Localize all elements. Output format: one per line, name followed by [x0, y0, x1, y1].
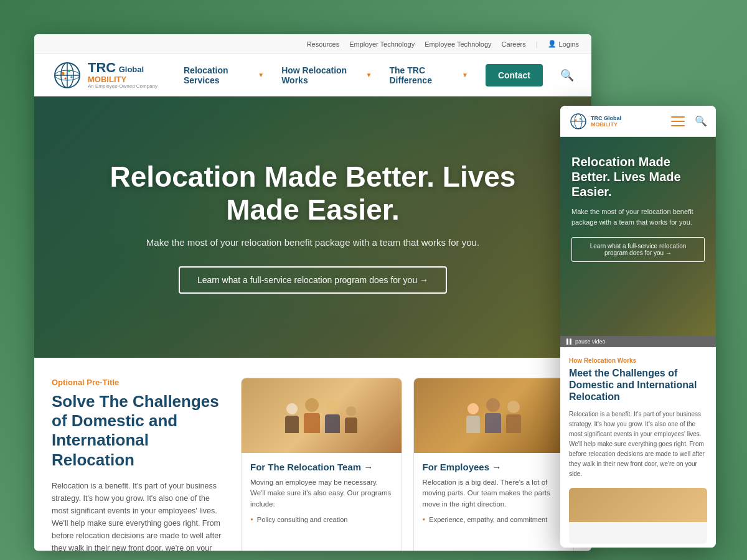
cards-area: For The Relocation Team → Moving an empl… [241, 378, 574, 551]
nav-how-relocation-works[interactable]: How Relocation Works ▼ [281, 65, 372, 85]
svg-point-7 [70, 76, 73, 78]
svg-point-13 [580, 118, 581, 119]
svg-point-5 [62, 72, 65, 75]
nav-links: Relocation Services ▼ How Relocation Wor… [184, 64, 574, 86]
person-1 [285, 403, 299, 433]
mobile-logo: TRC Global MOBILITY [569, 112, 666, 131]
card-image-relocation-team [242, 378, 402, 453]
people-illustration [285, 398, 357, 433]
mobile-section-title: Meet the Challenges of Domestic and Inte… [569, 367, 707, 403]
content-section: Optional Pre-Title Solve The Challenges … [34, 358, 591, 551]
section-title: Solve The Challenges of Domestic and Int… [52, 392, 226, 470]
main-navigation: TRC Global MOBILITY An Employee-Owned Co… [34, 54, 591, 96]
card-image-employees [414, 378, 574, 453]
mobile-hero-content: Relocation Made Better. Lives Made Easie… [560, 137, 716, 273]
svg-point-12 [575, 119, 577, 121]
mobile-window: TRC Global MOBILITY 🔍 Relocation Made Be… [560, 106, 716, 548]
hamburger-menu-icon[interactable] [671, 116, 685, 126]
person-6 [485, 398, 501, 433]
mobile-navigation: TRC Global MOBILITY 🔍 [560, 106, 716, 137]
mobile-section-body: Relocation is a benefit. It's part of yo… [569, 409, 707, 479]
globe-icon [52, 60, 83, 91]
mobile-card-image [569, 488, 707, 522]
nav-relocation-services[interactable]: Relocation Services ▼ [184, 65, 264, 85]
hero-subtitle: Make the most of your relocation benefit… [146, 237, 479, 248]
login-button[interactable]: 👤 Logins [548, 40, 579, 48]
utility-link-employer-tech[interactable]: Employer Technology [349, 40, 415, 48]
hero-content: Relocation Made Better. Lives Made Easie… [34, 96, 591, 358]
svg-point-14 [581, 123, 582, 124]
mobile-globe-icon [569, 112, 588, 131]
card-list-relocation-team: Policy consulting and creation [250, 515, 393, 525]
contact-button[interactable]: Contact [486, 64, 543, 86]
section-body: Relocation is a benefit. It's part of yo… [52, 480, 226, 551]
card-text-relocation-team: Moving an employee may be necessary. We'… [250, 477, 393, 510]
card-text-employees: Relocation is a big deal. There's a lot … [423, 477, 565, 510]
main-browser-window: Resources Employer Technology Employee T… [34, 34, 591, 551]
mobile-pause-bar: pause video [560, 336, 716, 347]
dropdown-arrow-icon: ▼ [258, 72, 264, 78]
search-icon[interactable]: 🔍 [560, 68, 574, 82]
person-2 [304, 398, 320, 433]
nav-trc-difference[interactable]: The TRC Difference ▼ [389, 65, 467, 85]
svg-point-8 [65, 77, 67, 79]
card-image-people [242, 378, 402, 453]
card-list-employees: Experience, empathy, and commitment [423, 515, 565, 525]
svg-point-6 [68, 70, 70, 72]
list-item: Policy consulting and creation [250, 515, 393, 525]
mobile-pre-title: How Relocation Works [569, 357, 707, 364]
card-body-employees: For Employees → Relocation is a big deal… [414, 453, 574, 533]
mobile-hero-subtitle: Make the most of your relocation benefit… [571, 207, 705, 227]
logo-text: TRC Global MOBILITY An Employee-Owned Co… [88, 60, 157, 90]
mobile-logo-text: TRC Global MOBILITY [591, 115, 621, 128]
mobile-card-preview [569, 488, 707, 544]
list-item: Experience, empathy, and commitment [423, 515, 565, 525]
utility-link-resources[interactable]: Resources [307, 40, 340, 48]
pause-label[interactable]: pause video [575, 338, 606, 345]
utility-link-careers[interactable]: Careers [502, 40, 526, 48]
dropdown-arrow-icon: ▼ [462, 72, 468, 78]
person-7 [506, 401, 521, 433]
utility-bar: Resources Employer Technology Employee T… [34, 34, 591, 54]
pause-icon [566, 338, 571, 345]
mobile-hero-title: Relocation Made Better. Lives Made Easie… [571, 154, 705, 199]
hero-section: Relocation Made Better. Lives Made Easie… [34, 96, 591, 358]
utility-link-employee-tech[interactable]: Employee Technology [425, 40, 491, 48]
mobile-card-title [569, 522, 707, 527]
login-icon: 👤 [548, 40, 557, 48]
card-image-people-2 [414, 378, 574, 453]
nav-divider: | [536, 40, 538, 48]
hero-title: Relocation Made Better. Lives Made Easie… [84, 161, 542, 226]
card-title-employees: For Employees → [423, 462, 565, 472]
mobile-hero: Relocation Made Better. Lives Made Easie… [560, 137, 716, 336]
mobile-content: How Relocation Works Meet the Challenges… [560, 347, 716, 548]
hero-cta-button[interactable]: Learn what a full-service relocation pro… [179, 266, 447, 294]
logo: TRC Global MOBILITY An Employee-Owned Co… [52, 60, 164, 91]
person-3 [325, 401, 340, 433]
pre-title: Optional Pre-Title [52, 378, 226, 387]
card-body-relocation-team: For The Relocation Team → Moving an empl… [242, 453, 402, 533]
dropdown-arrow-icon: ▼ [366, 72, 372, 78]
card-title-relocation-team: For The Relocation Team → [250, 462, 393, 472]
mobile-hero-cta-button[interactable]: Learn what a full-service relocation pro… [571, 237, 705, 262]
person-5 [466, 403, 480, 433]
people-illustration-2 [466, 398, 521, 433]
card-relocation-team: For The Relocation Team → Moving an empl… [241, 378, 402, 551]
content-left: Optional Pre-Title Solve The Challenges … [52, 378, 226, 551]
card-employees: For Employees → Relocation is a big deal… [413, 378, 575, 551]
mobile-search-icon[interactable]: 🔍 [695, 115, 707, 127]
person-4 [345, 406, 357, 433]
